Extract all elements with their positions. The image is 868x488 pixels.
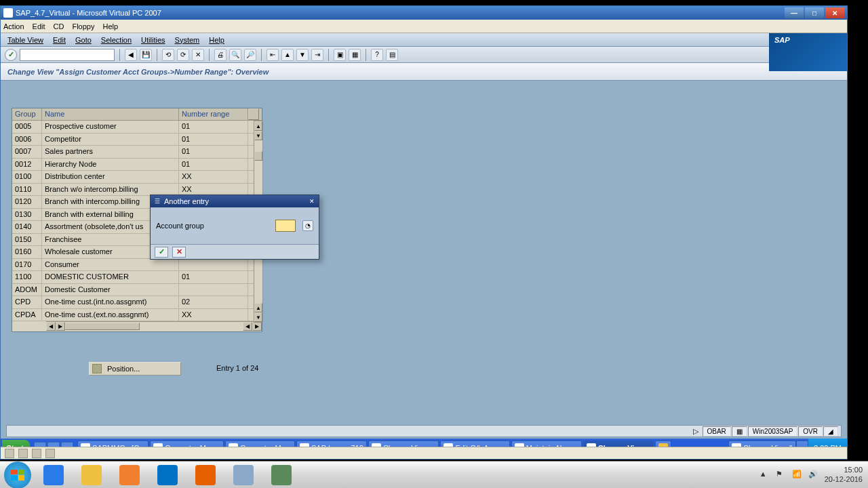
vpc-network-icon[interactable] [45, 449, 55, 458]
enter-button[interactable]: ✓ [5, 49, 17, 61]
find-icon[interactable]: 🔍 [229, 49, 241, 61]
scroll-right-icon[interactable]: ▶ [252, 322, 262, 331]
tray-up-icon[interactable]: ▲ [760, 470, 770, 481]
cell-range[interactable]: 01 [179, 159, 248, 171]
vpc-cd-icon[interactable] [18, 449, 28, 458]
back-icon[interactable]: ⟲ [162, 49, 174, 61]
cell-name[interactable]: Hierarchy Node [42, 159, 179, 171]
host-task-firefox[interactable] [187, 463, 224, 487]
cell-range[interactable]: 01 [179, 146, 248, 158]
scroll-down-icon[interactable]: ▼ [254, 312, 262, 322]
sap-menu-edit[interactable]: Edit [53, 36, 66, 44]
cell-name[interactable]: Prospective customer [42, 121, 179, 133]
cell-group[interactable]: CPDA [12, 309, 42, 321]
cell-name[interactable]: One-time cust.(ext.no.assgnmt) [42, 309, 179, 321]
table-row[interactable]: 0007Sales partners01 [12, 146, 262, 159]
cell-group[interactable]: 0006 [12, 134, 42, 146]
vpc-menu-help[interactable]: Help [102, 22, 118, 30]
command-field[interactable] [20, 49, 115, 61]
scroll-thumb[interactable] [65, 323, 140, 330]
cell-group[interactable]: 0120 [12, 196, 42, 208]
tray-volume-icon[interactable]: 🔊 [808, 470, 819, 481]
scroll-right-icon[interactable]: ▶ [56, 322, 65, 331]
vpc-menu-edit[interactable]: Edit [33, 22, 45, 30]
cell-group[interactable]: 0100 [12, 171, 42, 183]
cell-range[interactable]: XX [179, 184, 248, 196]
sap-menu-system[interactable]: System [175, 36, 200, 44]
host-task-ie[interactable] [35, 463, 72, 487]
scroll-down-icon[interactable]: ▲ [254, 303, 262, 312]
prev-page-icon[interactable]: ▲ [281, 49, 294, 61]
new-session-icon[interactable]: ▣ [334, 49, 346, 61]
next-page-icon[interactable]: ▼ [296, 49, 309, 61]
host-task-app[interactable] [263, 463, 300, 487]
scroll-up-icon[interactable]: ▲ [254, 121, 262, 131]
table-row[interactable]: 0100Distribution centerXX [12, 171, 262, 184]
table-row[interactable]: 0005Prospective customer01 [12, 121, 262, 134]
cell-range[interactable]: XX [179, 171, 248, 183]
cell-name[interactable]: One-time cust.(int.no.assgnmt) [42, 296, 179, 308]
last-page-icon[interactable]: ⇥ [311, 49, 323, 61]
horizontal-scrollbar[interactable]: ◀ ▶ ◀ ▶ [46, 321, 262, 331]
cell-name[interactable]: Sales partners [42, 146, 179, 158]
close-button[interactable]: ✕ [825, 7, 844, 18]
cell-group[interactable]: 1100 [12, 271, 42, 283]
status-resize-icon[interactable]: ◢ [823, 426, 838, 436]
vpc-menu-floppy[interactable]: Floppy [72, 22, 94, 30]
dialog-close-icon[interactable]: ✕ [308, 197, 316, 205]
tray-flag-icon[interactable]: ⚑ [776, 470, 787, 481]
scroll-up-icon[interactable]: ▼ [254, 131, 262, 140]
layout-icon[interactable]: ▤ [386, 49, 398, 61]
cell-name[interactable]: Consumer [42, 259, 179, 271]
tray-network-icon[interactable]: 📶 [792, 470, 803, 481]
cell-group[interactable]: 0160 [12, 246, 42, 258]
sap-menu-help[interactable]: Help [209, 36, 224, 44]
col-header-range[interactable]: Number range [179, 108, 248, 120]
value-help-icon[interactable]: ◔ [302, 220, 313, 231]
account-group-input[interactable] [275, 220, 296, 232]
dialog-titlebar[interactable]: ☰ Another entry ✕ [151, 195, 319, 207]
cell-range[interactable] [179, 284, 248, 296]
cell-name[interactable]: Competitor [42, 134, 179, 146]
ok-button[interactable]: ✓ [155, 247, 168, 258]
sap-menu-utilities[interactable]: Utilities [141, 36, 165, 44]
table-row[interactable]: CPDAOne-time cust.(ext.no.assgnmt)XX [12, 309, 262, 322]
host-task-media[interactable] [111, 463, 148, 487]
cell-range[interactable]: XX [179, 309, 248, 321]
cell-group[interactable]: 0007 [12, 146, 42, 158]
cell-range[interactable]: 01 [179, 134, 248, 146]
cell-group[interactable]: 0110 [12, 184, 42, 196]
exit-icon[interactable]: ⟳ [177, 49, 189, 61]
scroll-left-icon[interactable]: ◀ [243, 322, 252, 331]
first-page-icon[interactable]: ⇤ [267, 49, 279, 61]
vpc-titlebar[interactable]: SAP_4.7_Virtual - Microsoft Virtual PC 2… [1, 6, 847, 20]
host-task-explorer[interactable] [73, 463, 110, 487]
cell-group[interactable]: ADOM [12, 284, 42, 296]
cell-name[interactable]: Branch w/o intercomp.billing [42, 184, 179, 196]
sap-menu-goto[interactable]: Goto [75, 36, 92, 44]
status-arrow-icon[interactable]: ▷ [693, 427, 698, 436]
table-row[interactable]: 0012Hierarchy Node01 [12, 159, 262, 171]
host-clock[interactable]: 15:00 20-12-2016 [825, 466, 863, 483]
sap-menu-selection[interactable]: Selection [101, 36, 132, 44]
table-row[interactable]: ADOMDomestic Customer [12, 284, 262, 297]
cell-group[interactable]: 0005 [12, 121, 42, 133]
cell-name[interactable]: Domestic Customer [42, 284, 179, 296]
col-header-group[interactable]: Group [12, 108, 42, 120]
vpc-menu-cd[interactable]: CD [54, 22, 64, 30]
maximize-button[interactable]: □ [805, 7, 824, 18]
minimize-button[interactable]: — [785, 7, 804, 18]
col-header-name[interactable]: Name [42, 108, 179, 120]
table-row[interactable]: 0170Consumer [12, 259, 262, 272]
cell-range[interactable] [179, 259, 248, 271]
cell-range[interactable]: 02 [179, 296, 248, 308]
print-icon[interactable]: 🖨 [214, 49, 226, 61]
find-next-icon[interactable]: 🔎 [244, 49, 256, 61]
cell-range[interactable]: 01 [179, 271, 248, 283]
table-row[interactable]: 1100DOMESTIC CUSTOMER01 [12, 271, 262, 284]
host-task-vpc[interactable] [225, 463, 262, 487]
table-row[interactable]: 0006Competitor01 [12, 134, 262, 146]
cancel-icon[interactable]: ✕ [192, 49, 204, 61]
sap-menu-tableview[interactable]: Table View [7, 36, 43, 44]
scroll-thumb[interactable] [254, 151, 262, 161]
